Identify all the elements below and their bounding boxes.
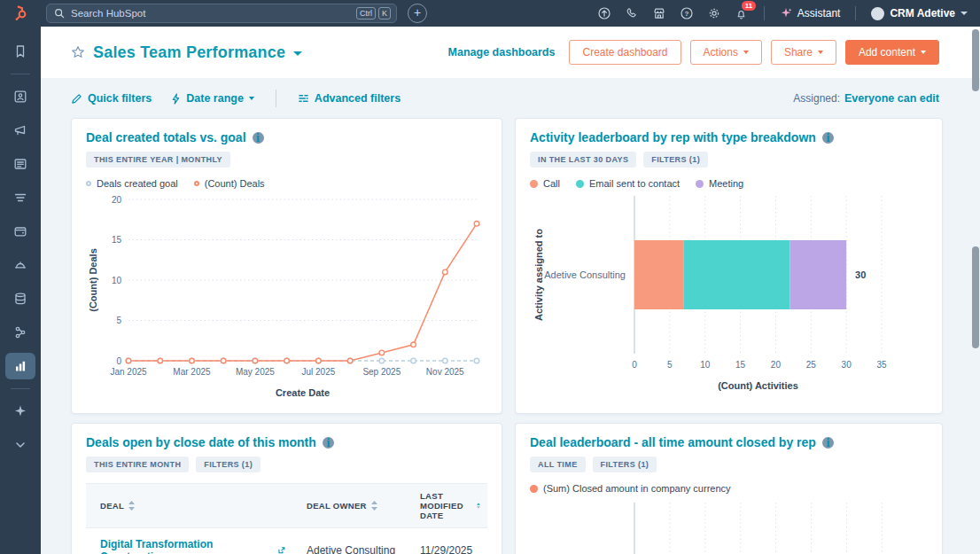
manage-dashboards-link[interactable]: Manage dashboards [448,46,556,59]
legend-item[interactable]: (Count) Deals [194,178,265,189]
add-content-button[interactable]: Add content [845,40,939,65]
date-range-button[interactable]: Date range [171,92,254,105]
svg-text:Sep 2025: Sep 2025 [362,367,401,377]
sidebar-item-reporting[interactable] [5,353,35,379]
sidebar-item-commerce[interactable] [5,218,35,245]
create-dashboard-button[interactable]: Create dashboard [569,40,681,65]
legend-item[interactable]: Email sent to contact [576,178,680,189]
svg-text:30: 30 [855,269,866,280]
scrollbar-thumb[interactable] [972,246,979,348]
legend-item[interactable]: Meeting [696,178,743,189]
sidebar-item-service[interactable] [5,252,35,278]
page-title: Sales Team Performance [93,43,285,62]
sidebar-item-data[interactable] [5,285,35,312]
svg-text:0: 0 [116,356,121,366]
partial-bar-chart[interactable] [530,495,928,554]
quick-create-button[interactable]: + [408,4,427,23]
calling-icon[interactable] [625,6,639,20]
marketplace-icon[interactable] [652,6,666,20]
info-icon[interactable]: i [323,437,334,449]
card-title[interactable]: Activity leaderboard by rep with type br… [530,130,816,144]
sidebar-item-bookmarks[interactable] [5,38,35,65]
favorite-star-icon[interactable] [71,45,85,59]
table-row: Digital Transformation ConstructionAdeti… [86,528,487,554]
card-badge[interactable]: FILTERS (1) [196,456,261,472]
svg-text:20: 20 [771,360,782,370]
hubspot-logo[interactable] [11,4,30,22]
card-badge[interactable]: THIS ENTIRE YEAR | MONTHLY [86,152,230,168]
sidebar-item-more[interactable] [5,432,35,458]
sidebar-item-contacts[interactable] [5,83,35,110]
svg-text:25: 25 [806,360,817,370]
assistant-button[interactable]: Assistant [780,7,841,20]
info-icon[interactable]: i [822,437,834,449]
sidebar-item-content[interactable] [5,151,35,177]
account-label: CRM Adetive [890,7,955,20]
sidebar-item-sales[interactable] [5,184,35,211]
card-badge[interactable]: IN THE LAST 30 DAYS [530,152,636,168]
svg-text:20: 20 [112,195,122,205]
legend-item[interactable]: Call [530,178,560,189]
top-nav: Search HubSpot Ctrl K + ? 11 Assistant [0,0,980,27]
scrollbar-thumb[interactable] [972,29,979,91]
workflow-icon [12,324,28,340]
column-header[interactable]: DEAL OWNER [292,484,406,528]
stacked-bar-chart[interactable]: 0510152025303530Adetive Consulting(Count… [530,191,928,393]
svg-text:?: ? [684,10,688,18]
settings-icon[interactable] [707,6,721,20]
sliders-icon [298,93,309,104]
sort-icon [371,501,377,511]
card-title[interactable]: Deals open by close date of this month [86,435,316,449]
card-badge[interactable]: ALL TIME [530,456,586,472]
bar-chart-icon [12,358,28,374]
info-icon[interactable]: i [253,132,264,144]
page-scrollbar[interactable] [972,27,979,554]
sidebar-item-marketing[interactable] [5,117,35,144]
sidebar-item-ai-assistant[interactable] [5,398,35,425]
line-chart[interactable]: 05101520Jan 2025Mar 2025May 2025Jul 2025… [86,191,489,402]
quick-filters-button[interactable]: Quick filters [71,92,152,105]
svg-text:5: 5 [667,360,673,370]
filter-divider [276,90,276,107]
sort-icon [477,501,480,511]
filter-bar: Quick filters Date range Advanced filter… [71,90,939,107]
sidebar-item-automations[interactable] [5,319,35,346]
column-header[interactable]: LAST MODIFIED DATE [406,484,487,528]
legend-item[interactable]: (Sum) Closed amount in company currency [530,483,731,494]
svg-text:0: 0 [632,360,637,370]
upgrade-icon[interactable] [597,6,611,20]
card-title[interactable]: Deal created totals vs. goal [86,130,246,144]
svg-text:15: 15 [735,360,746,370]
sparkle-icon [780,7,792,20]
share-button[interactable]: Share [771,40,836,65]
actions-button[interactable]: Actions [690,40,762,65]
chart-legend: Deals created goal(Count) Deals [86,178,487,189]
svg-text:10: 10 [700,360,711,370]
nav-divider [764,6,765,20]
card-deals-open: Deals open by close date of this month i… [71,423,502,554]
deal-link[interactable]: Digital Transformation Construction [100,538,285,554]
megaphone-icon [12,122,28,138]
svg-text:15: 15 [112,235,122,245]
legend-item[interactable]: Deals created goal [86,178,178,189]
card-badge[interactable]: THIS ENTIRE MONTH [86,456,189,472]
wallet-icon [12,223,28,239]
card-badge[interactable]: FILTERS (1) [593,456,657,472]
funnel-stack-icon [12,190,28,206]
card-title[interactable]: Deal leaderboard - all time amount close… [530,435,816,449]
svg-text:Activity assigned to: Activity assigned to [533,229,544,321]
svg-text:Mar 2025: Mar 2025 [173,367,211,377]
help-icon[interactable]: ? [680,6,694,20]
card-badge[interactable]: FILTERS (1) [643,152,708,168]
svg-text:10: 10 [112,276,122,285]
info-icon[interactable]: i [822,132,834,144]
svg-text:5: 5 [116,316,121,325]
global-search-input[interactable]: Search HubSpot Ctrl K [46,4,397,23]
notifications-icon[interactable]: 11 [735,6,749,20]
assigned-value-link[interactable]: Everyone can edit [844,92,939,105]
account-menu[interactable]: CRM Adetive [871,7,968,20]
advanced-filters-button[interactable]: Advanced filters [298,92,401,105]
column-header[interactable]: DEAL [86,484,292,528]
main-content: Sales Team Performance Manage dashboards… [41,27,980,554]
dashboard-title-menu[interactable]: Sales Team Performance [71,43,302,62]
